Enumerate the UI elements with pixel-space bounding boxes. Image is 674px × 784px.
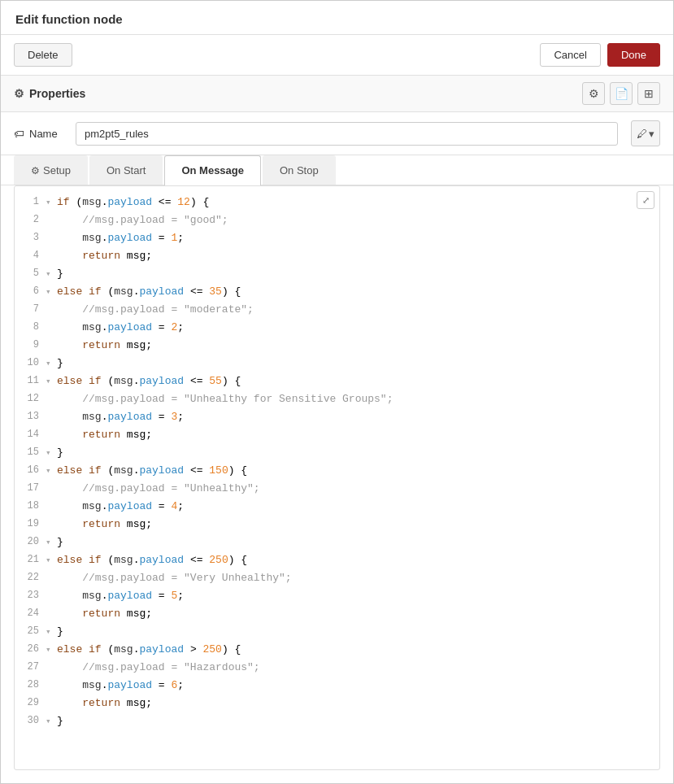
line-fold[interactable]: ▾	[46, 376, 57, 386]
code-line: 23 msg.payload = 5;	[15, 586, 659, 604]
code-line: 21▾else if (msg.payload <= 250) {	[15, 551, 659, 568]
line-number: 10	[15, 357, 46, 368]
cancel-button[interactable]: Cancel	[540, 43, 600, 67]
code-line: 13 msg.payload = 3;	[15, 407, 659, 425]
line-content: if (msg.payload <= 12) {	[57, 196, 653, 208]
line-number: 16	[15, 464, 46, 476]
line-content: }	[57, 625, 653, 638]
name-row: 🏷 Name 🖊 ▾	[1, 112, 673, 155]
line-content: //msg.payload = "Unhealthy for Sensitive…	[57, 393, 653, 405]
line-number: 7	[15, 303, 46, 315]
code-line: 10▾}	[15, 354, 659, 372]
line-fold[interactable]: ▾	[46, 465, 57, 476]
line-content: msg.payload = 3;	[57, 411, 653, 423]
line-fold[interactable]: ▾	[46, 447, 57, 458]
line-number: 21	[15, 554, 46, 565]
code-line: 7 //msg.payload = "moderate";	[15, 300, 659, 318]
line-content: msg.payload = 1;	[57, 232, 653, 244]
line-number: 14	[15, 429, 46, 440]
line-number: 3	[15, 232, 46, 243]
code-line: 17 //msg.payload = "Unhealthy";	[15, 479, 659, 497]
code-line: 12 //msg.payload = "Unhealthy for Sensit…	[15, 390, 659, 407]
delete-button[interactable]: Delete	[14, 43, 72, 67]
tab-on-start[interactable]: On Start	[89, 155, 163, 185]
code-line: 25▾}	[15, 622, 659, 640]
code-line: 22 //msg.payload = "Very Unhealthy";	[15, 568, 659, 586]
tabs: ⚙Setup On Start On Message On Stop	[1, 155, 673, 185]
line-number: 22	[15, 572, 46, 583]
line-number: 8	[15, 321, 46, 333]
line-fold[interactable]: ▾	[46, 197, 57, 207]
line-number: 17	[15, 482, 46, 494]
line-fold[interactable]: ▾	[46, 626, 57, 637]
section-title: ⚙ Properties	[14, 87, 85, 100]
code-lines: 1▾if (msg.payload <= 12) {2 //msg.payloa…	[15, 186, 659, 736]
line-number: 15	[15, 446, 46, 458]
line-content: else if (msg.payload <= 35) {	[57, 285, 653, 298]
line-number: 11	[15, 375, 46, 386]
line-fold[interactable]: ▾	[46, 358, 57, 368]
line-content: return msg;	[57, 518, 653, 530]
expand-button[interactable]: ⤢	[637, 191, 654, 209]
section-header: ⚙ Properties ⚙ 📄 ⊞	[1, 76, 673, 112]
line-fold[interactable]: ▾	[46, 286, 57, 297]
line-fold[interactable]: ▾	[46, 268, 57, 279]
code-line: 26▾else if (msg.payload > 250) {	[15, 640, 659, 658]
code-line: 15▾}	[15, 443, 659, 461]
line-fold[interactable]: ▾	[46, 555, 57, 565]
line-number: 5	[15, 268, 46, 279]
line-content: }	[57, 536, 653, 548]
done-button[interactable]: Done	[607, 43, 660, 67]
code-line: 1▾if (msg.payload <= 12) {	[15, 193, 659, 211]
code-line: 27 //msg.payload = "Hazardous";	[15, 658, 659, 676]
code-line: 18 msg.payload = 4;	[15, 497, 659, 515]
name-label: 🏷 Name	[14, 128, 63, 140]
line-content: }	[57, 357, 653, 369]
line-fold[interactable]: ▾	[46, 537, 57, 547]
line-fold[interactable]: ▾	[46, 644, 57, 655]
code-line: 2 //msg.payload = "good";	[15, 211, 659, 229]
line-content: else if (msg.payload > 250) {	[57, 643, 653, 656]
code-editor[interactable]: ⤢ 1▾if (msg.payload <= 12) {2 //msg.payl…	[14, 185, 660, 770]
dropdown-icon-left: 🖊	[637, 128, 647, 140]
tab-on-message[interactable]: On Message	[164, 155, 261, 185]
line-content: else if (msg.payload <= 250) {	[57, 554, 653, 566]
modal-title: Edit function node	[1, 1, 673, 35]
name-input[interactable]	[76, 122, 618, 146]
code-line: 24 return msg;	[15, 604, 659, 622]
line-content: msg.payload = 6;	[57, 679, 653, 691]
grid-icon-btn[interactable]: ⊞	[637, 82, 660, 105]
line-content: return msg;	[57, 250, 653, 262]
code-line: 29 return msg;	[15, 694, 659, 712]
dropdown-btn[interactable]: 🖊 ▾	[631, 120, 660, 146]
name-text: Name	[29, 128, 58, 140]
toolbar-right: Cancel Done	[540, 43, 660, 67]
line-number: 25	[15, 625, 46, 637]
line-content: else if (msg.payload <= 55) {	[57, 375, 653, 387]
line-number: 2	[15, 214, 46, 225]
code-line: 20▾}	[15, 533, 659, 551]
line-content: }	[57, 268, 653, 280]
line-number: 23	[15, 590, 46, 601]
line-number: 24	[15, 608, 46, 619]
code-line: 4 return msg;	[15, 246, 659, 264]
line-content: msg.payload = 2;	[57, 321, 653, 333]
line-content: }	[57, 446, 653, 459]
tag-icon: 🏷	[14, 128, 24, 140]
line-number: 1	[15, 196, 46, 207]
code-line: 30▾}	[15, 712, 659, 730]
settings-icon-btn[interactable]: ⚙	[582, 82, 605, 105]
line-fold[interactable]: ▾	[46, 716, 57, 726]
line-number: 4	[15, 250, 46, 261]
doc-icon-btn[interactable]: 📄	[610, 82, 633, 105]
line-content: msg.payload = 5;	[57, 590, 653, 602]
gear-icon: ⚙	[14, 87, 24, 100]
line-number: 9	[15, 339, 46, 351]
tab-on-stop[interactable]: On Stop	[263, 155, 336, 185]
line-number: 30	[15, 715, 46, 726]
tab-setup[interactable]: ⚙Setup	[14, 155, 88, 185]
code-line: 14 return msg;	[15, 425, 659, 443]
code-line: 19 return msg;	[15, 515, 659, 533]
code-line: 8 msg.payload = 2;	[15, 318, 659, 336]
line-number: 20	[15, 536, 46, 547]
